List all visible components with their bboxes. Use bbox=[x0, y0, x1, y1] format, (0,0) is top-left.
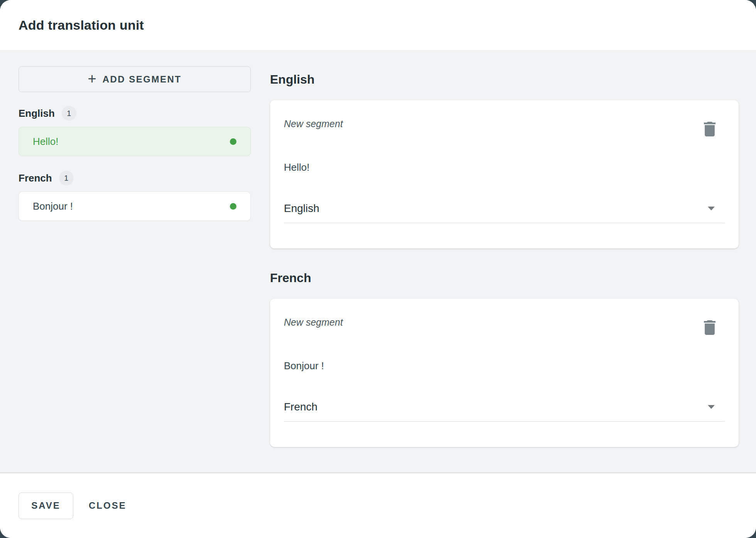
segment-chip-english[interactable]: Hello! bbox=[19, 127, 251, 156]
language-group-header-english: English 1 bbox=[19, 106, 251, 121]
segment-text-input[interactable]: Bonjour ! bbox=[284, 360, 725, 372]
segment-chip-french[interactable]: Bonjour ! bbox=[19, 192, 251, 221]
segment-card: New segment Bonjour ! French bbox=[270, 299, 739, 447]
delete-segment-button[interactable] bbox=[704, 122, 716, 136]
segments-sidebar: + ADD SEGMENT English 1 Hello! French 1 … bbox=[19, 66, 251, 472]
close-button[interactable]: CLOSE bbox=[88, 496, 127, 516]
language-select-value: French bbox=[284, 400, 317, 414]
add-segment-button[interactable]: + ADD SEGMENT bbox=[19, 66, 251, 92]
green-dot-icon bbox=[230, 203, 236, 210]
add-translation-unit-dialog: Add translation unit + ADD SEGMENT Engli… bbox=[0, 0, 756, 538]
section-heading: English bbox=[270, 71, 739, 88]
segment-card-header: New segment bbox=[284, 316, 725, 335]
close-button-label: CLOSE bbox=[89, 500, 127, 511]
language-label: English bbox=[19, 108, 55, 119]
trash-icon bbox=[704, 122, 716, 136]
green-dot-icon bbox=[230, 138, 236, 145]
section-heading: French bbox=[270, 269, 739, 286]
dialog-footer: SAVE CLOSE bbox=[0, 473, 756, 538]
dialog-header: Add translation unit bbox=[0, 0, 756, 50]
add-segment-button-label: ADD SEGMENT bbox=[103, 74, 182, 85]
plus-icon: + bbox=[88, 71, 96, 86]
chevron-down-icon bbox=[708, 405, 715, 409]
segment-editor-panel: English New segment Hello! English bbox=[270, 66, 739, 472]
chevron-down-icon bbox=[708, 207, 715, 210]
save-button-label: SAVE bbox=[31, 500, 61, 511]
language-select[interactable]: French bbox=[284, 400, 725, 422]
segment-chip-text: Hello! bbox=[33, 136, 58, 148]
segment-card-header: New segment bbox=[284, 118, 725, 136]
segment-count-badge: 1 bbox=[59, 171, 74, 185]
segment-text-input[interactable]: Hello! bbox=[284, 161, 725, 173]
language-select-value: English bbox=[284, 202, 319, 215]
language-label: French bbox=[19, 172, 52, 184]
new-segment-label: New segment bbox=[284, 118, 343, 129]
segment-chip-text: Bonjour ! bbox=[33, 200, 73, 212]
language-group-header-french: French 1 bbox=[19, 171, 251, 185]
dialog-title: Add translation unit bbox=[19, 18, 144, 33]
language-section-french: French New segment Bonjour ! French bbox=[270, 269, 739, 447]
language-select[interactable]: English bbox=[284, 202, 725, 223]
trash-icon bbox=[704, 320, 716, 335]
language-section-english: English New segment Hello! English bbox=[270, 71, 739, 249]
save-button[interactable]: SAVE bbox=[19, 493, 73, 519]
dialog-content: + ADD SEGMENT English 1 Hello! French 1 … bbox=[0, 50, 756, 473]
delete-segment-button[interactable] bbox=[704, 320, 716, 335]
new-segment-label: New segment bbox=[284, 316, 343, 328]
segment-card: New segment Hello! English bbox=[270, 100, 739, 249]
segment-count-badge: 1 bbox=[62, 106, 76, 121]
